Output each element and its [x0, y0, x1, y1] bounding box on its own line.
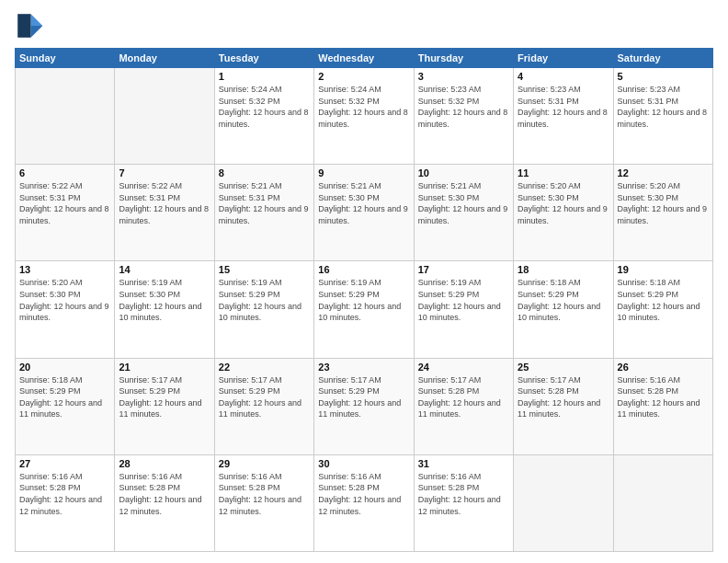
day-header-friday: Friday	[514, 49, 613, 68]
calendar-week-1: 1 Sunrise: 5:24 AMSunset: 5:32 PMDayligh…	[16, 68, 713, 165]
page: SundayMondayTuesdayWednesdayThursdayFrid…	[0, 0, 728, 563]
calendar-cell: 27 Sunrise: 5:16 AMSunset: 5:28 PMDaylig…	[16, 454, 115, 551]
svg-marker-0	[31, 14, 43, 26]
day-number: 19	[618, 264, 709, 275]
day-info: Sunrise: 5:21 AMSunset: 5:30 PMDaylight:…	[418, 180, 509, 226]
calendar-cell: 29 Sunrise: 5:16 AMSunset: 5:28 PMDaylig…	[214, 454, 313, 551]
calendar-week-2: 6 Sunrise: 5:22 AMSunset: 5:31 PMDayligh…	[16, 165, 713, 261]
day-info: Sunrise: 5:16 AMSunset: 5:28 PMDaylight:…	[418, 471, 509, 517]
day-info: Sunrise: 5:20 AMSunset: 5:30 PMDaylight:…	[518, 180, 609, 226]
day-info: Sunrise: 5:16 AMSunset: 5:28 PMDaylight:…	[219, 471, 310, 517]
calendar-cell: 12 Sunrise: 5:20 AMSunset: 5:30 PMDaylig…	[613, 165, 712, 261]
day-info: Sunrise: 5:20 AMSunset: 5:30 PMDaylight:…	[618, 180, 709, 226]
calendar-cell: 22 Sunrise: 5:17 AMSunset: 5:29 PMDaylig…	[214, 358, 313, 454]
calendar-cell	[115, 68, 214, 165]
day-info: Sunrise: 5:17 AMSunset: 5:29 PMDaylight:…	[318, 374, 409, 420]
day-info: Sunrise: 5:24 AMSunset: 5:32 PMDaylight:…	[219, 84, 310, 130]
day-info: Sunrise: 5:19 AMSunset: 5:30 PMDaylight:…	[119, 277, 210, 323]
day-number: 31	[418, 458, 509, 469]
day-info: Sunrise: 5:18 AMSunset: 5:29 PMDaylight:…	[618, 277, 709, 323]
calendar-cell: 13 Sunrise: 5:20 AMSunset: 5:30 PMDaylig…	[16, 261, 115, 358]
logo	[15, 11, 48, 40]
day-info: Sunrise: 5:22 AMSunset: 5:31 PMDaylight:…	[19, 180, 110, 226]
day-number: 7	[119, 167, 210, 178]
day-number: 16	[318, 264, 409, 275]
day-number: 21	[119, 362, 210, 373]
day-number: 18	[518, 264, 609, 275]
day-info: Sunrise: 5:18 AMSunset: 5:29 PMDaylight:…	[518, 277, 609, 323]
calendar-cell: 5 Sunrise: 5:23 AMSunset: 5:31 PMDayligh…	[613, 68, 712, 165]
calendar-cell: 4 Sunrise: 5:23 AMSunset: 5:31 PMDayligh…	[514, 68, 613, 165]
day-header-thursday: Thursday	[414, 49, 513, 68]
calendar-cell: 1 Sunrise: 5:24 AMSunset: 5:32 PMDayligh…	[214, 68, 313, 165]
calendar-cell: 11 Sunrise: 5:20 AMSunset: 5:30 PMDaylig…	[514, 165, 613, 261]
day-info: Sunrise: 5:23 AMSunset: 5:31 PMDaylight:…	[618, 84, 709, 130]
day-number: 1	[219, 71, 310, 82]
day-number: 9	[318, 167, 409, 178]
calendar-cell: 6 Sunrise: 5:22 AMSunset: 5:31 PMDayligh…	[16, 165, 115, 261]
day-number: 12	[618, 167, 709, 178]
day-number: 11	[518, 167, 609, 178]
svg-rect-2	[17, 14, 30, 38]
day-info: Sunrise: 5:16 AMSunset: 5:28 PMDaylight:…	[119, 471, 210, 517]
day-number: 29	[219, 458, 310, 469]
day-number: 3	[418, 71, 509, 82]
calendar-cell: 18 Sunrise: 5:18 AMSunset: 5:29 PMDaylig…	[514, 261, 613, 358]
calendar-cell: 20 Sunrise: 5:18 AMSunset: 5:29 PMDaylig…	[16, 358, 115, 454]
calendar-cell: 28 Sunrise: 5:16 AMSunset: 5:28 PMDaylig…	[115, 454, 214, 551]
calendar-cell: 10 Sunrise: 5:21 AMSunset: 5:30 PMDaylig…	[414, 165, 513, 261]
day-number: 20	[19, 362, 110, 373]
day-info: Sunrise: 5:17 AMSunset: 5:29 PMDaylight:…	[119, 374, 210, 420]
day-info: Sunrise: 5:17 AMSunset: 5:28 PMDaylight:…	[418, 374, 509, 420]
calendar-cell: 9 Sunrise: 5:21 AMSunset: 5:30 PMDayligh…	[314, 165, 414, 261]
calendar-cell: 19 Sunrise: 5:18 AMSunset: 5:29 PMDaylig…	[613, 261, 712, 358]
calendar-cell: 16 Sunrise: 5:19 AMSunset: 5:29 PMDaylig…	[314, 261, 414, 358]
day-info: Sunrise: 5:16 AMSunset: 5:28 PMDaylight:…	[618, 374, 709, 420]
day-number: 4	[518, 71, 609, 82]
day-info: Sunrise: 5:23 AMSunset: 5:32 PMDaylight:…	[418, 84, 509, 130]
day-number: 13	[19, 264, 110, 275]
day-info: Sunrise: 5:22 AMSunset: 5:31 PMDaylight:…	[119, 180, 210, 226]
calendar-cell: 2 Sunrise: 5:24 AMSunset: 5:32 PMDayligh…	[314, 68, 414, 165]
day-number: 23	[318, 362, 409, 373]
calendar-cell: 25 Sunrise: 5:17 AMSunset: 5:28 PMDaylig…	[514, 358, 613, 454]
calendar-week-4: 20 Sunrise: 5:18 AMSunset: 5:29 PMDaylig…	[16, 358, 713, 454]
day-number: 5	[618, 71, 709, 82]
day-header-sunday: Sunday	[16, 49, 115, 68]
calendar-header-row: SundayMondayTuesdayWednesdayThursdayFrid…	[16, 49, 713, 68]
day-number: 28	[119, 458, 210, 469]
day-info: Sunrise: 5:19 AMSunset: 5:29 PMDaylight:…	[318, 277, 409, 323]
day-info: Sunrise: 5:23 AMSunset: 5:31 PMDaylight:…	[518, 84, 609, 130]
calendar-cell	[613, 454, 712, 551]
day-info: Sunrise: 5:16 AMSunset: 5:28 PMDaylight:…	[19, 471, 110, 517]
calendar-cell: 31 Sunrise: 5:16 AMSunset: 5:28 PMDaylig…	[414, 454, 513, 551]
calendar-cell: 15 Sunrise: 5:19 AMSunset: 5:29 PMDaylig…	[214, 261, 313, 358]
day-info: Sunrise: 5:21 AMSunset: 5:31 PMDaylight:…	[219, 180, 310, 226]
calendar-cell: 17 Sunrise: 5:19 AMSunset: 5:29 PMDaylig…	[414, 261, 513, 358]
day-number: 25	[518, 362, 609, 373]
day-number: 24	[418, 362, 509, 373]
day-header-monday: Monday	[115, 49, 214, 68]
calendar-cell	[514, 454, 613, 551]
day-info: Sunrise: 5:21 AMSunset: 5:30 PMDaylight:…	[318, 180, 409, 226]
day-info: Sunrise: 5:20 AMSunset: 5:30 PMDaylight:…	[19, 277, 110, 323]
day-header-saturday: Saturday	[613, 49, 712, 68]
calendar-cell: 24 Sunrise: 5:17 AMSunset: 5:28 PMDaylig…	[414, 358, 513, 454]
calendar-cell: 26 Sunrise: 5:16 AMSunset: 5:28 PMDaylig…	[613, 358, 712, 454]
calendar-cell: 7 Sunrise: 5:22 AMSunset: 5:31 PMDayligh…	[115, 165, 214, 261]
calendar-cell	[16, 68, 115, 165]
day-number: 27	[19, 458, 110, 469]
day-info: Sunrise: 5:17 AMSunset: 5:29 PMDaylight:…	[219, 374, 310, 420]
calendar-week-5: 27 Sunrise: 5:16 AMSunset: 5:28 PMDaylig…	[16, 454, 713, 551]
day-header-wednesday: Wednesday	[314, 49, 414, 68]
day-header-tuesday: Tuesday	[214, 49, 313, 68]
logo-icon	[15, 11, 44, 40]
day-info: Sunrise: 5:19 AMSunset: 5:29 PMDaylight:…	[418, 277, 509, 323]
day-number: 26	[618, 362, 709, 373]
calendar-cell: 14 Sunrise: 5:19 AMSunset: 5:30 PMDaylig…	[115, 261, 214, 358]
calendar-cell: 30 Sunrise: 5:16 AMSunset: 5:28 PMDaylig…	[314, 454, 414, 551]
calendar-cell: 8 Sunrise: 5:21 AMSunset: 5:31 PMDayligh…	[214, 165, 313, 261]
calendar-cell: 3 Sunrise: 5:23 AMSunset: 5:32 PMDayligh…	[414, 68, 513, 165]
svg-marker-1	[31, 26, 43, 38]
day-number: 6	[19, 167, 110, 178]
